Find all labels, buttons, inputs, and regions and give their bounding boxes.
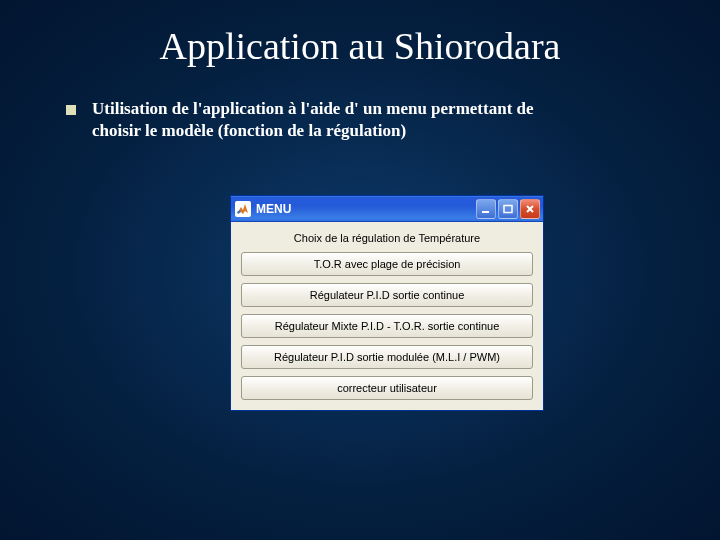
option-tor[interactable]: T.O.R avec plage de précision	[241, 252, 533, 276]
square-bullet-icon	[66, 105, 76, 115]
titlebar: MENU	[231, 196, 543, 222]
bullet-item: Utilisation de l'application à l'aide d'…	[66, 98, 566, 142]
menu-heading: Choix de la régulation de Température	[241, 232, 533, 244]
window-title: MENU	[256, 202, 476, 216]
bullet-text: Utilisation de l'application à l'aide d'…	[92, 98, 566, 142]
option-pid-continue[interactable]: Régulateur P.I.D sortie continue	[241, 283, 533, 307]
menu-dialog: MENU Choix de la régulation de Températu…	[230, 195, 544, 411]
menu-body: Choix de la régulation de Température T.…	[231, 222, 543, 410]
window-controls	[476, 199, 540, 219]
maximize-button[interactable]	[498, 199, 518, 219]
option-correcteur[interactable]: correcteur utilisateur	[241, 376, 533, 400]
option-pid-modulee[interactable]: Régulateur P.I.D sortie modulée (M.L.I /…	[241, 345, 533, 369]
svg-rect-1	[504, 205, 512, 212]
minimize-button[interactable]	[476, 199, 496, 219]
slide-title: Application au Shiorodara	[0, 0, 720, 68]
close-button[interactable]	[520, 199, 540, 219]
matlab-icon	[235, 201, 251, 217]
svg-rect-0	[482, 211, 489, 213]
option-mixte[interactable]: Régulateur Mixte P.I.D - T.O.R. sortie c…	[241, 314, 533, 338]
